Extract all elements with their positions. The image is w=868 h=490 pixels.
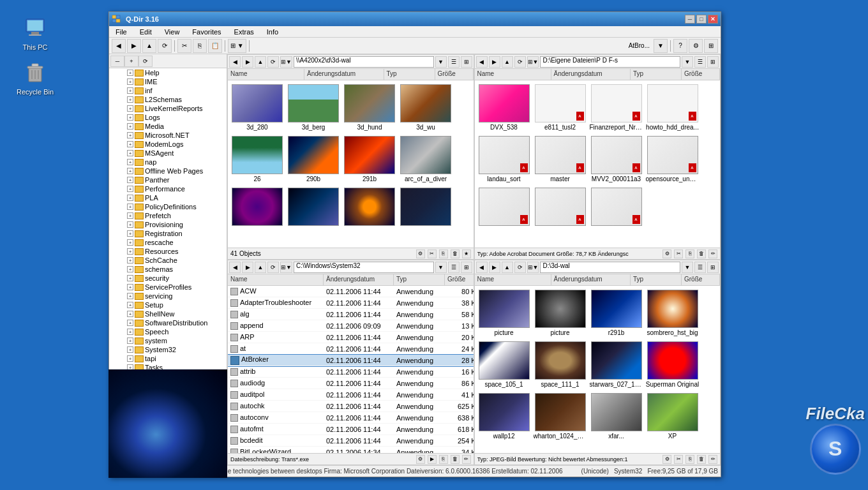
fwd-btn-tr[interactable]: ▶	[489, 56, 500, 68]
view3-btn-tl[interactable]: ⊞	[461, 56, 472, 68]
thumbnail-item[interactable]: 3d_berg	[287, 83, 340, 132]
tree-item[interactable]: + PolicyDefinitions	[109, 202, 227, 211]
menu-favorites[interactable]: Favorites	[188, 27, 225, 36]
tree-item[interactable]: + LiveKernelReports	[109, 104, 227, 113]
toolbar-btn-4[interactable]: ⟳	[158, 39, 172, 53]
tree-item[interactable]: + ModemLogs	[109, 140, 227, 149]
thumbnail-item[interactable]: 291b	[343, 135, 396, 184]
tree-expand-icon[interactable]: +	[127, 87, 133, 94]
list-item[interactable]: at 02.11.2006 11:44 Anwendung 24 KB	[228, 343, 474, 355]
toolbar-help[interactable]: ?	[673, 39, 687, 53]
view2-btn-tr[interactable]: ☰	[694, 56, 706, 68]
tree-expand-icon[interactable]: +	[127, 311, 133, 317]
tree-expand-icon[interactable]: +	[127, 239, 133, 246]
status-btn-tr-2[interactable]: ✂	[674, 249, 683, 258]
col-type-tr[interactable]: Typ	[631, 69, 682, 80]
tree-item[interactable]: + Performance	[109, 184, 227, 193]
thumbnail-item[interactable]: picture	[534, 288, 587, 338]
list-item[interactable]: autofmt 02.11.2006 11:44 Anwendung 618 K…	[228, 424, 474, 435]
toolbar-btn-6[interactable]: ⎘	[193, 39, 207, 53]
status-btn-tr-4[interactable]: 🗑	[697, 249, 706, 258]
toolbar-settings[interactable]: ⚙	[689, 39, 703, 53]
toolbar-atbroker-dropdown[interactable]: ▼	[654, 39, 668, 53]
thumbnail-item[interactable]: arc_of_a_diver	[399, 135, 453, 184]
status-btn-br-3[interactable]: ⎘	[685, 455, 694, 464]
col-name-br[interactable]: Name	[475, 274, 551, 285]
tree-expand-icon[interactable]: +	[127, 248, 133, 255]
thumbnail-item[interactable]: space_105_1	[477, 340, 531, 389]
list-item[interactable]: autochk 02.11.2006 11:44 Anwendung 625 K…	[228, 401, 474, 412]
tree-item[interactable]: + PLA	[109, 193, 227, 202]
list-item[interactable]: alg 02.11.2006 11:44 Anwendung 58 KB	[228, 309, 474, 320]
tree-item[interactable]: + L2Schemas	[109, 95, 227, 104]
tree-expand-icon[interactable]: +	[127, 257, 133, 264]
list-item[interactable]: append 02.11.2006 09:09 Anwendung 13 KB	[228, 320, 474, 332]
up-btn-br[interactable]: ▲	[502, 262, 513, 273]
refresh-btn-tl[interactable]: ⟳	[267, 56, 279, 68]
status-btn-br-5[interactable]: ✏	[708, 455, 717, 464]
thumbnail-item[interactable]: space_111_1	[534, 340, 587, 389]
desktop-icon-thispc[interactable]: This PC	[13, 13, 57, 54]
tree-expand-icon[interactable]: +	[127, 230, 133, 237]
fwd-btn-br[interactable]: ▶	[489, 262, 500, 273]
tree-item[interactable]: + ShellNew	[109, 309, 227, 318]
toolbar-btn-2[interactable]: ▶	[127, 39, 141, 53]
tree-item[interactable]: + Media	[109, 122, 227, 131]
status-btn-tl-4[interactable]: 🗑	[451, 249, 460, 258]
close-button[interactable]: ✕	[708, 15, 718, 24]
status-btn-bl-2[interactable]: ▶	[428, 455, 437, 464]
thumbnail-item[interactable]: 3d_wu	[399, 83, 453, 132]
tree-item[interactable]: + Microsoft.NET	[109, 131, 227, 140]
thumbnail-item[interactable]: A opensource_und_li...	[646, 135, 700, 184]
thumbnail-item[interactable]: Superman Original	[646, 340, 700, 389]
tree-expand-icon[interactable]: +	[127, 186, 133, 192]
thumbnail-item[interactable]: A master	[534, 135, 587, 184]
tree-item[interactable]: + Help	[109, 68, 227, 77]
fwd-btn-tl[interactable]: ▶	[242, 56, 253, 68]
tree-expand-icon[interactable]: +	[127, 195, 133, 201]
dropdown-btn-br[interactable]: ▼	[682, 262, 693, 273]
list-item[interactable]: audiodg 02.11.2006 11:44 Anwendung 86 KB	[228, 378, 474, 389]
col-size-tl[interactable]: Größe	[435, 69, 474, 80]
tree-expand-icon[interactable]: +	[127, 159, 133, 165]
status-btn-tr-5[interactable]: ✏	[708, 249, 717, 258]
tree-expand-icon[interactable]: +	[127, 293, 133, 299]
refresh-btn-br[interactable]: ⟳	[514, 262, 526, 273]
tree-expand-icon[interactable]: +	[127, 346, 133, 353]
view3-btn-br[interactable]: ⊞	[707, 262, 719, 273]
toolbar-btn-5[interactable]: ✂	[177, 39, 191, 53]
status-btn-bl-1[interactable]: ⚙	[416, 455, 425, 464]
thumbnail-item[interactable]: 3d_hund	[343, 83, 396, 132]
tree-expand-icon[interactable]: +	[127, 78, 133, 85]
tree-item[interactable]: + SoftwareDistribution	[109, 318, 227, 327]
tree-item[interactable]: + nap	[109, 158, 227, 167]
back-btn-tl[interactable]: ◀	[229, 56, 241, 68]
col-size-tr[interactable]: Größe	[682, 69, 720, 80]
tree-item[interactable]: + inf	[109, 86, 227, 95]
address-bl[interactable]: C:\Windows\System32	[294, 262, 434, 273]
tree-expand-icon[interactable]: +	[127, 266, 133, 272]
thumbnail-item[interactable]: wharton_1024_768...	[534, 392, 587, 441]
tree-item[interactable]: + ServiceProfiles	[109, 283, 227, 292]
col-date-tl[interactable]: Änderungsdatum	[304, 69, 384, 80]
status-btn-br-4[interactable]: 🗑	[697, 455, 706, 464]
view3-btn-bl[interactable]: ⊞	[461, 262, 472, 273]
thumbnail-item[interactable]: 3d_280	[230, 83, 284, 132]
tree-expand-icon[interactable]: +	[127, 141, 133, 147]
view-btn-bl[interactable]: ⊞▼	[280, 262, 292, 273]
tree-item[interactable]: + servicing	[109, 292, 227, 301]
thumbnail-item[interactable]: picture	[477, 288, 531, 338]
back-btn-bl[interactable]: ◀	[229, 262, 241, 273]
thumbnail-item[interactable]: A e811_tusl2	[534, 83, 587, 132]
toolbar-view-dropdown[interactable]: ⊞ ▼	[228, 39, 246, 53]
thumbnail-item[interactable]: sombrero_hst_big	[646, 288, 700, 338]
tree-item[interactable]: + MSAgent	[109, 149, 227, 158]
tree-item[interactable]: + SchCache	[109, 256, 227, 265]
thumbnail-item[interactable]: A MVV2_000011a3	[590, 135, 643, 184]
tree-item[interactable]: + Registration	[109, 229, 227, 238]
view-btn-tl[interactable]: ⊞▼	[280, 56, 292, 68]
col-type-tl[interactable]: Typ	[384, 69, 435, 80]
status-btn-tl-5[interactable]: ★	[462, 249, 471, 258]
view-btn-br[interactable]: ⊞▼	[527, 262, 539, 273]
tree-collapse-btn[interactable]: ─	[110, 56, 124, 67]
